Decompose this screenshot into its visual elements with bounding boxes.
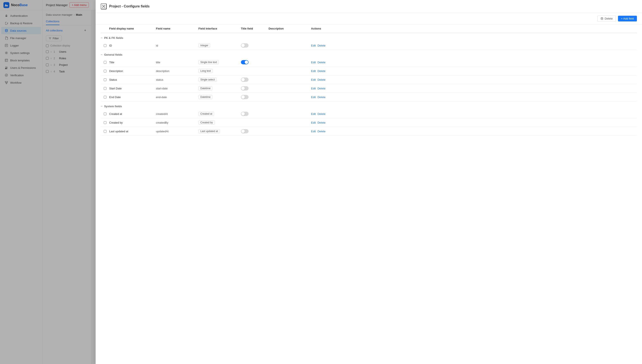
table-row: Created at createdAt Created at Edit Del… (101, 110, 637, 118)
delete-field-createdAt[interactable]: Delete (317, 112, 325, 116)
modal-header: Project - Configure fields (96, 10, 642, 13)
title-field-toggle-createdAt[interactable] (241, 112, 249, 116)
field-checkbox-title[interactable] (104, 61, 107, 64)
table-header: Field display name Field name Field inte… (101, 24, 637, 33)
field-name-status: status (156, 78, 198, 81)
main-area: Project Manager + Add menu Data source m… (43, 0, 642, 364)
edit-field-id[interactable]: Edit (311, 44, 316, 47)
field-name-id: id (156, 44, 198, 47)
section-collapse-system[interactable]: − (101, 104, 102, 108)
field-interface-badge-createdAt: Created at (198, 112, 214, 116)
field-actions-status: Edit Delete (311, 78, 343, 81)
field-checkbox-end-date[interactable] (104, 96, 107, 98)
section-title-pk-fk: PK & FK fields (104, 36, 123, 40)
edit-field-end-date[interactable]: Edit (311, 96, 316, 99)
add-field-button[interactable]: + Add field (618, 16, 637, 22)
field-display-name-createdAt: Created at (109, 112, 156, 116)
field-display-name-title: Title (109, 61, 156, 64)
field-actions-start-date: Edit Delete (311, 87, 343, 90)
field-display-name-end-date: End Date (109, 96, 156, 99)
section-title-system: System fields (104, 105, 122, 108)
field-name-end-date: end-date (156, 96, 198, 99)
delete-button[interactable]: Delete (597, 16, 616, 22)
col-actions: Actions (311, 27, 343, 30)
field-actions-description: Edit Delete (311, 70, 343, 73)
field-display-name-id: ID (109, 44, 156, 47)
section-collapse-general[interactable]: − (101, 53, 102, 56)
delete-field-status[interactable]: Delete (317, 78, 325, 81)
field-name-title: title (156, 61, 198, 64)
field-checkbox-start-date[interactable] (104, 87, 107, 90)
table-row: ID id Integer Edit Delete (101, 41, 637, 50)
field-interface-badge-status: Single select (198, 78, 217, 82)
table-row: Start Date start-date Datetime Edit Dele… (101, 84, 637, 93)
delete-field-title[interactable]: Delete (317, 61, 325, 64)
field-name-createdAt: createdAt (156, 112, 198, 116)
delete-field-start-date[interactable]: Delete (317, 87, 325, 90)
field-interface-badge-id: Integer (198, 43, 210, 48)
field-display-name-createdBy: Created by (109, 121, 156, 124)
edit-field-createdBy[interactable]: Edit (311, 121, 316, 124)
title-field-toggle-id[interactable] (241, 43, 249, 48)
field-display-name-status: Status (109, 78, 156, 81)
title-field-toggle-start-date[interactable] (241, 86, 249, 90)
table-row: Last updated at updatedAt Last updated a… (101, 127, 637, 136)
edit-field-status[interactable]: Edit (311, 78, 316, 81)
field-display-name-description: Description (109, 70, 156, 73)
field-actions-updatedAt: Edit Delete (311, 130, 343, 133)
col-field-display-name: Field display name (109, 27, 156, 30)
field-display-name-updatedAt: Last updated at (109, 130, 156, 133)
field-interface-badge-updatedAt: Last updated at (198, 129, 220, 133)
title-field-toggle-status[interactable] (241, 78, 249, 82)
field-checkbox-description[interactable] (104, 70, 107, 72)
title-field-toggle-end-date[interactable] (241, 95, 249, 99)
col-title-field: Title field (241, 27, 269, 30)
svg-rect-11 (601, 18, 603, 20)
field-name-start-date: start-date (156, 87, 198, 90)
field-interface-badge-end-date: Datetime (198, 95, 212, 99)
field-interface-badge-description: Long text (198, 69, 213, 73)
table-row: Status status Single select Edit Delete (101, 76, 637, 84)
field-checkbox-createdAt[interactable] (104, 112, 107, 115)
table-row: End Date end-date Datetime Edit Delete (101, 93, 637, 102)
field-display-name-start-date: Start Date (109, 87, 156, 90)
col-description: Description (269, 27, 311, 30)
field-actions-end-date: Edit Delete (311, 96, 343, 99)
section-pk-fk: − PK & FK fields ID id Integer Edit Dele… (101, 33, 637, 50)
field-actions-createdAt: Edit Delete (311, 112, 343, 116)
section-general: − General fields Title title Single line… (101, 50, 637, 102)
trash-icon (600, 17, 603, 20)
field-checkbox-id[interactable] (104, 44, 107, 47)
table-row: Title title Single line text Edit Delete (101, 58, 637, 67)
field-actions-title: Edit Delete (311, 61, 343, 64)
field-checkbox-status[interactable] (104, 78, 107, 81)
title-field-toggle-updatedAt[interactable] (241, 129, 249, 133)
edit-field-title[interactable]: Edit (311, 61, 316, 64)
edit-field-description[interactable]: Edit (311, 70, 316, 73)
edit-field-createdAt[interactable]: Edit (311, 112, 316, 116)
col-field-interface: Field interface (198, 27, 241, 30)
edit-field-start-date[interactable]: Edit (311, 87, 316, 90)
field-checkbox-createdBy[interactable] (104, 121, 107, 124)
field-interface-badge-createdBy: Created by (198, 120, 215, 125)
section-title-general: General fields (104, 53, 122, 56)
field-interface-badge-start-date: Datetime (198, 86, 212, 90)
delete-field-createdBy[interactable]: Delete (317, 121, 325, 124)
title-field-toggle-title[interactable] (241, 60, 249, 64)
delete-field-id[interactable]: Delete (317, 44, 325, 47)
app-layout: NocoBase Authentication Backup & Restore… (0, 0, 642, 364)
edit-field-updatedAt[interactable]: Edit (311, 130, 316, 133)
field-checkbox-updatedAt[interactable] (104, 130, 107, 133)
delete-field-description[interactable]: Delete (317, 70, 325, 73)
table-row: Created by createdBy Created by Edit Del… (101, 118, 637, 127)
section-system: − System fields Created at createdAt Cre… (101, 102, 637, 136)
section-collapse-pk-fk[interactable]: − (101, 36, 102, 40)
table-row: Description description Long text Edit D… (101, 67, 637, 76)
field-actions-id: Edit Delete (311, 44, 343, 47)
field-name-description: description (156, 70, 198, 73)
col-field-name: Field name (156, 27, 198, 30)
modal-toolbar: Delete + Add field (96, 13, 642, 24)
delete-field-end-date[interactable]: Delete (317, 96, 325, 99)
delete-field-updatedAt[interactable]: Delete (317, 130, 325, 133)
field-name-updatedAt: updatedAt (156, 130, 198, 133)
